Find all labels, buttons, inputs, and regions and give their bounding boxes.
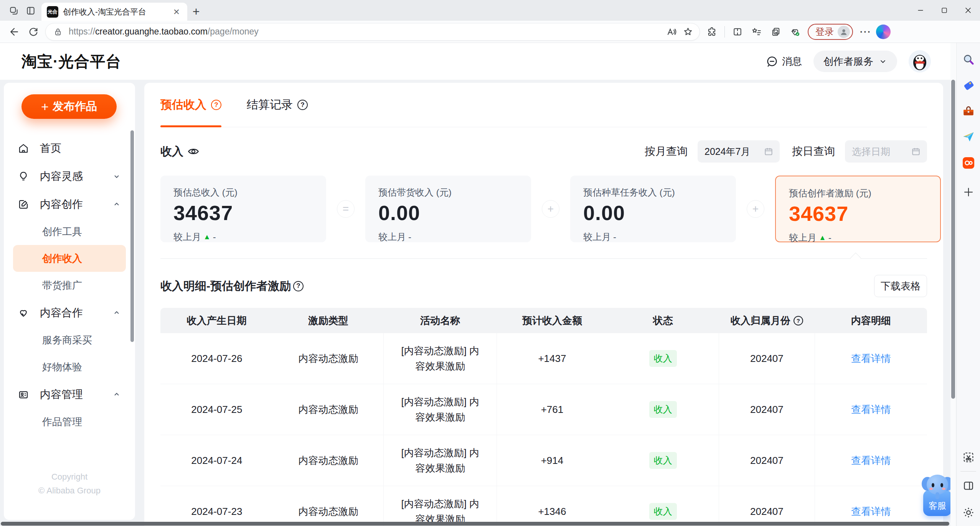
more-options-icon[interactable]: ···	[857, 23, 874, 41]
sidebar-add-icon[interactable]	[960, 184, 977, 200]
view-details-link[interactable]: 查看详情	[851, 454, 891, 467]
read-aloud-icon[interactable]	[663, 23, 680, 40]
page-scrollbar-thumb[interactable]	[951, 80, 955, 399]
heart-hand-icon	[18, 307, 31, 319]
favorites-list-icon[interactable]	[748, 23, 766, 41]
sidebar-shopping-icon[interactable]	[960, 77, 977, 94]
help-icon[interactable]: ?	[293, 281, 304, 291]
sidebar-item-label: 内容创作	[40, 197, 83, 212]
card-label: 预估带货收入 (元)	[378, 186, 518, 199]
maximize-button[interactable]	[932, 0, 956, 21]
col-header-month: 收入归属月份?	[719, 308, 815, 333]
messages-button[interactable]: 消息	[766, 55, 802, 68]
month-picker-input[interactable]: 2024年7月	[698, 140, 780, 163]
chevron-up-icon	[112, 308, 121, 317]
extensions-icon[interactable]	[703, 23, 721, 41]
help-icon[interactable]: ?	[794, 316, 803, 325]
toolbar-divider	[724, 26, 725, 38]
favorite-star-icon[interactable]	[680, 23, 696, 40]
customer-service-label: 客服	[923, 500, 952, 512]
sidebar-item-inspiration[interactable]: 内容灵感	[12, 162, 127, 190]
address-bar[interactable]: https://creator.guanghe.taobao.com/page/…	[45, 23, 700, 41]
guanghe-favicon: 光合	[47, 6, 58, 18]
lock-icon	[53, 27, 63, 36]
refresh-icon[interactable]	[25, 23, 42, 41]
lightbulb-icon	[18, 171, 31, 182]
sidebar-item-creation-tools[interactable]: 创作工具	[13, 218, 126, 245]
plus-operator: +	[542, 200, 559, 218]
minimize-button[interactable]	[909, 0, 932, 21]
sidebar-search-icon[interactable]	[960, 51, 977, 67]
cell-amount: +761	[497, 384, 607, 435]
sidebar-item-works-management[interactable]: 作品管理	[13, 408, 126, 435]
home-icon	[18, 143, 31, 154]
window-controls	[909, 0, 980, 21]
cell-amount: +1346	[497, 486, 607, 526]
detail-title: 收入明细-预估创作者激励 ?	[160, 278, 304, 294]
sidebar-item-creation[interactable]: 内容创作	[12, 190, 127, 218]
cell-activity: [内容动态激励] 内容效果激励	[383, 435, 497, 486]
help-icon[interactable]: ?	[297, 100, 308, 110]
close-button[interactable]	[956, 0, 980, 21]
trend-up-icon: ▲	[819, 233, 826, 242]
sidebar-send-icon[interactable]	[960, 129, 977, 145]
view-details-link[interactable]: 查看详情	[851, 505, 891, 518]
card-creator-incentive[interactable]: 预估创作者激励 (元) 34637 较上月▲-	[775, 176, 941, 242]
eye-icon[interactable]	[187, 145, 200, 158]
back-icon[interactable]	[5, 23, 23, 41]
new-tab-button[interactable]: +	[187, 3, 205, 20]
creator-service-menu[interactable]: 创作者服务	[813, 51, 897, 72]
qq-avatar[interactable]	[909, 50, 931, 72]
card-sales-income[interactable]: 预估带货收入 (元) 0.00 较上月-	[365, 176, 531, 242]
sidebar-item-home[interactable]: 首页	[12, 134, 127, 162]
sidebar-item-label: 好物体验	[42, 360, 82, 374]
date-picker-input[interactable]: 选择日期	[845, 140, 927, 163]
income-title: 收入	[160, 144, 200, 159]
sidebar-kuaishou-icon[interactable]	[960, 155, 977, 171]
sidebar-item-goods-trial[interactable]: 好物体验	[13, 353, 126, 380]
sidebar-item-promotion[interactable]: 带货推广	[13, 272, 126, 299]
card-task-income[interactable]: 预估种草任务收入 (元) 0.00 较上月-	[570, 176, 736, 242]
tab-estimated-income[interactable]: 预估收入 ?	[160, 83, 221, 127]
horizontal-scrollbar-thumb[interactable]	[1, 522, 949, 526]
status-badge: 收入	[649, 452, 677, 469]
browser-tab-active[interactable]: 光合 创作收入-淘宝光合平台 ×	[41, 3, 187, 21]
tab-workspaces-icon[interactable]	[5, 2, 22, 19]
settings-gear-icon[interactable]	[960, 505, 977, 521]
sidebar-item-service-purchase[interactable]: 服务商采买	[13, 327, 126, 353]
view-details-link[interactable]: 查看详情	[851, 352, 891, 365]
cell-detail: 查看详情	[815, 435, 927, 486]
card-total-income[interactable]: 预估总收入 (元) 34637 较上月▲-	[160, 176, 326, 242]
sidebar-divider	[960, 471, 976, 472]
card-label: 预估创作者激励 (元)	[789, 187, 927, 199]
cell-month: 202407	[719, 333, 815, 384]
help-icon[interactable]: ?	[211, 100, 221, 110]
plus-operator: +	[747, 200, 764, 218]
view-details-link[interactable]: 查看详情	[851, 403, 891, 416]
signin-button[interactable]: 登录	[808, 24, 853, 40]
publish-work-button[interactable]: + 发布作品	[21, 94, 117, 119]
section-divider	[160, 258, 927, 259]
tab-settlement-records[interactable]: 结算记录 ?	[247, 83, 308, 127]
browser-essentials-icon[interactable]	[786, 23, 804, 41]
sidebar-scrollbar[interactable]	[130, 130, 134, 342]
sidebar-toolbox-icon[interactable]	[960, 104, 977, 120]
split-screen-icon[interactable]	[729, 23, 746, 41]
sidebar-item-creation-income[interactable]: 创作收入	[13, 245, 126, 272]
download-table-button[interactable]: 下载表格	[874, 275, 927, 297]
detail-header-row: 收入明细-预估创作者激励 ? 下载表格	[160, 275, 927, 297]
id-card-icon	[18, 389, 31, 400]
sidebar-panel-icon[interactable]	[960, 478, 977, 494]
copilot-icon[interactable]	[876, 25, 891, 39]
sidebar-item-management[interactable]: 内容管理	[12, 380, 127, 408]
sidebar-item-cooperation[interactable]: 内容合作	[12, 299, 127, 327]
screenshot-icon[interactable]	[960, 449, 977, 465]
sidebar-nav: 首页 内容灵感 内容创作 创作工具 创作收入 带货推广 内容合作	[12, 134, 127, 435]
month-query-group: 按月查询 2024年7月	[645, 140, 780, 163]
vertical-tabs-icon[interactable]	[22, 2, 39, 19]
creator-service-label: 创作者服务	[823, 55, 873, 68]
collections-icon[interactable]	[767, 23, 785, 41]
page-scrollbar-track[interactable]	[950, 43, 956, 526]
tab-close-icon[interactable]: ×	[171, 7, 182, 17]
day-query-label: 按日查询	[792, 144, 835, 159]
